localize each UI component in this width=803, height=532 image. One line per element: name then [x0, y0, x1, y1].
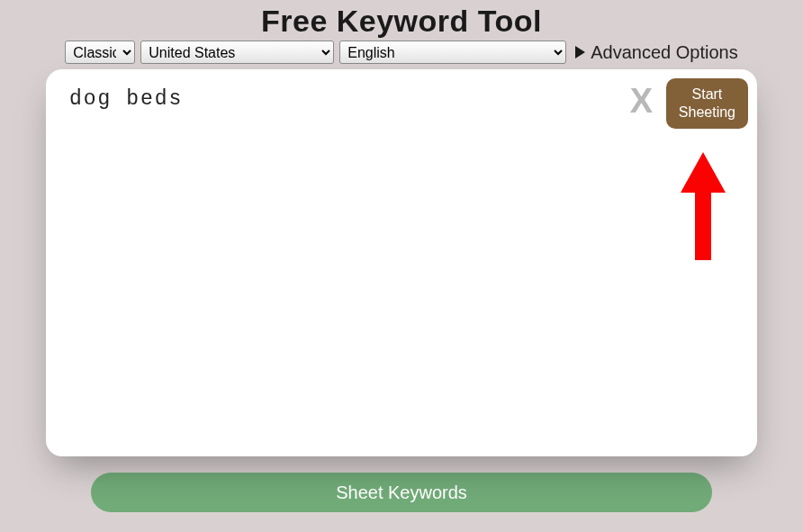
start-sheeting-button[interactable]: Start Sheeting — [666, 78, 748, 129]
svg-marker-0 — [681, 152, 726, 260]
start-button-line2: Sheeting — [679, 104, 735, 120]
start-button-line1: Start — [692, 86, 723, 102]
page-title: Free Keyword Tool — [261, 4, 542, 39]
sheet-keywords-button[interactable]: Sheet Keywords — [91, 473, 712, 512]
keyword-panel: X Start Sheeting — [46, 69, 757, 456]
arrow-up-icon — [681, 152, 726, 278]
triangle-right-icon — [575, 46, 585, 59]
advanced-options-label: Advanced Options — [591, 42, 737, 63]
clear-icon[interactable]: X — [630, 82, 651, 121]
advanced-options-toggle[interactable]: Advanced Options — [575, 42, 737, 63]
country-select[interactable]: United States — [140, 41, 334, 64]
language-select[interactable]: English — [339, 41, 566, 64]
mode-select[interactable]: Classic — [65, 41, 135, 64]
controls-row: Classic United States English Advanced O… — [65, 41, 737, 64]
keyword-input[interactable] — [69, 87, 609, 111]
